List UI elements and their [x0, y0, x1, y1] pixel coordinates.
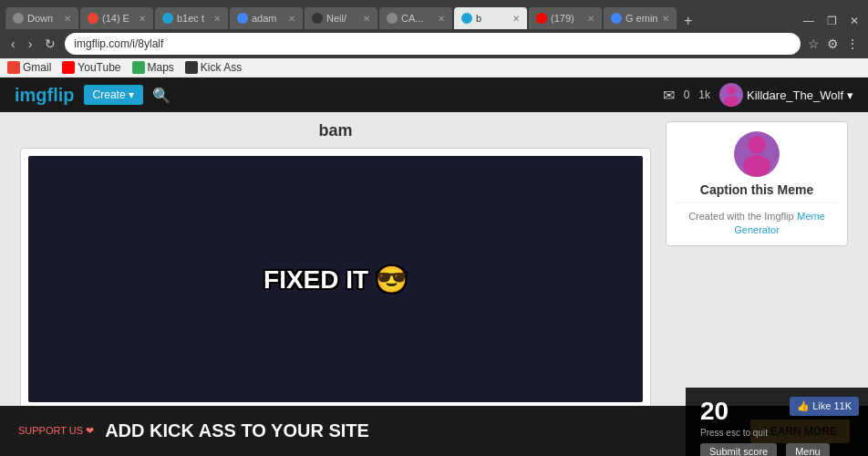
caption-title: Caption this Meme: [676, 182, 838, 197]
reload-button[interactable]: ↻: [41, 35, 59, 53]
bookmark-youtube-label: YouTube: [78, 61, 120, 74]
page-title: bam: [20, 121, 651, 140]
tab-7[interactable]: b ✕: [454, 7, 527, 29]
bookmarks-bar: Gmail YouTube Maps Kick Ass: [0, 58, 868, 78]
tab-8[interactable]: (179) ✕: [529, 7, 602, 29]
browser-chrome: Down ✕ (14) E ✕ b1ec t ✕ adam ✕ Neil/ ✕ …: [0, 0, 868, 29]
forward-button[interactable]: ›: [25, 35, 36, 53]
close-button[interactable]: ✕: [846, 13, 863, 29]
extensions-icon[interactable]: ⚙: [825, 35, 841, 53]
new-tab-button[interactable]: +: [678, 13, 698, 29]
notification-points: 1k: [698, 88, 710, 101]
bookmark-icon[interactable]: ☆: [806, 35, 822, 53]
caption-subtitle: Created with the Imgflip: [688, 211, 794, 222]
kickass-favicon: [185, 61, 198, 74]
like-button[interactable]: 👍 Like 11K: [790, 397, 859, 416]
bookmark-gmail-label: Gmail: [23, 61, 51, 74]
tab-4[interactable]: adam ✕: [230, 7, 303, 29]
create-button[interactable]: Create ▾: [84, 85, 143, 105]
logo-text1: img: [15, 85, 47, 105]
youtube-favicon: [62, 61, 75, 74]
menu-icon[interactable]: ⋮: [844, 35, 861, 53]
caption-box: Caption this Meme Created with the Imgfl…: [666, 121, 848, 246]
tab-favicon-2: [88, 13, 98, 24]
score-overlay: 👍 Like 11K 20 Press esc to quit Submit s…: [686, 388, 868, 456]
bookmark-kickass-label: Kick Ass: [201, 61, 242, 74]
gmail-favicon: [7, 61, 20, 74]
restore-button[interactable]: ❐: [823, 13, 841, 29]
logo-text2: flip: [47, 85, 75, 105]
create-label: Create: [93, 88, 126, 101]
tab-close-3[interactable]: ✕: [213, 14, 221, 24]
tab-close-4[interactable]: ✕: [288, 14, 295, 24]
caption-divider: [676, 202, 838, 203]
tab-close-6[interactable]: ✕: [438, 14, 445, 24]
meme-overlay-text: FIXED IT 😎: [264, 264, 408, 294]
tab-label-5: Neil/: [326, 13, 346, 24]
bookmark-kickass[interactable]: Kick Ass: [185, 61, 242, 74]
avatar-svg: [719, 83, 743, 107]
create-chevron-icon: ▾: [129, 88, 134, 101]
url-bar[interactable]: [65, 33, 801, 55]
tab-favicon-3: [162, 13, 173, 24]
username-button[interactable]: Killdare_The_Wolf ▾: [719, 83, 853, 107]
caption-avatar-svg: [734, 131, 780, 177]
tab-close-5[interactable]: ✕: [363, 14, 370, 24]
meme-image: FIXED IT 😎: [28, 156, 643, 402]
tab-3[interactable]: b1ec t ✕: [155, 7, 228, 29]
svg-point-2: [748, 136, 766, 154]
tab-label-4: adam: [252, 13, 277, 24]
tab-label-3: b1ec t: [177, 13, 204, 24]
svg-point-1: [724, 96, 739, 107]
tab-label-7: b: [476, 13, 481, 24]
search-icon[interactable]: 🔍: [152, 87, 170, 104]
svg-point-0: [727, 86, 736, 95]
tab-label-2: (14) E: [102, 13, 129, 24]
bookmark-youtube[interactable]: YouTube: [62, 61, 120, 74]
tab-favicon-4: [237, 13, 248, 24]
tab-favicon-8: [536, 13, 547, 24]
bookmark-maps[interactable]: Maps: [132, 61, 174, 74]
tab-5[interactable]: Neil/ ✕: [305, 7, 377, 29]
imgflip-logo: imgflip: [15, 85, 75, 106]
meme-container: FIXED IT 😎: [20, 148, 651, 410]
ad-text: ADD KICK ASS TO YOUR SITE: [105, 420, 739, 441]
tab-favicon-9: [611, 13, 622, 24]
header-right: ✉ 0 1k Killdare_The_Wolf ▾: [663, 83, 853, 107]
ad-support-label: SUPPORT US ❤: [18, 425, 94, 437]
tab-close-9[interactable]: ✕: [662, 14, 669, 24]
tab-favicon-1: [13, 13, 24, 24]
tab-6[interactable]: CA... ✕: [379, 7, 452, 29]
tab-close-2[interactable]: ✕: [139, 14, 146, 24]
svg-point-3: [743, 155, 770, 177]
tab-9[interactable]: G emin ✕: [604, 7, 677, 29]
avatar: [719, 83, 743, 107]
menu-button[interactable]: Menu: [786, 443, 830, 456]
tab-2[interactable]: (14) E ✕: [80, 7, 153, 29]
maps-favicon: [132, 61, 145, 74]
submit-menu-row: Submit score Menu: [700, 443, 853, 456]
mail-icon[interactable]: ✉: [663, 87, 675, 104]
username-text: Killdare_The_Wolf: [747, 88, 843, 102]
notification-count: 0: [684, 88, 690, 101]
tab-close-1[interactable]: ✕: [64, 14, 71, 24]
bookmark-maps-label: Maps: [148, 61, 174, 74]
minimize-button[interactable]: —: [800, 13, 818, 29]
tab-bar: Down ✕ (14) E ✕ b1ec t ✕ adam ✕ Neil/ ✕ …: [5, 4, 863, 29]
caption-avatar: [734, 131, 780, 177]
submit-score-button[interactable]: Submit score: [700, 443, 777, 456]
tab-favicon-5: [312, 13, 323, 24]
tab-label-8: (179): [551, 13, 574, 24]
tab-close-8[interactable]: ✕: [587, 14, 594, 24]
tab-favicon-6: [387, 13, 398, 24]
tab-1[interactable]: Down ✕: [5, 7, 78, 29]
tab-favicon-7: [461, 13, 472, 24]
back-button[interactable]: ‹: [7, 35, 19, 53]
tab-label-1: Down: [27, 13, 53, 24]
nav-icons: ☆ ⚙ ⋮: [806, 35, 861, 53]
tab-label-6: CA...: [401, 13, 423, 24]
user-chevron-icon: ▾: [847, 88, 853, 102]
bookmark-gmail[interactable]: Gmail: [7, 61, 51, 74]
imgflip-header: imgflip Create ▾ 🔍 ✉ 0 1k Killdare_The_W…: [0, 78, 868, 112]
tab-close-7[interactable]: ✕: [512, 14, 520, 24]
